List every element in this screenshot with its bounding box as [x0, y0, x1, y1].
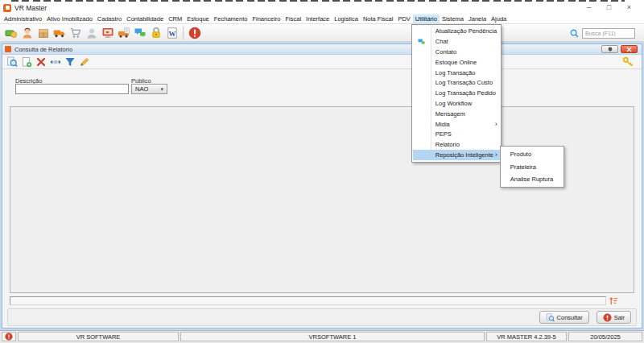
menu-utilitario[interactable]: Utilitário Atualização Pendência Chat Co…: [413, 14, 440, 23]
edit-button[interactable]: [78, 56, 90, 68]
menu-item-chat-label: Chat: [436, 38, 448, 45]
close-button[interactable]: ×: [619, 2, 639, 13]
menu-janela[interactable]: Janela: [466, 14, 489, 23]
chevron-down-icon: ▾: [160, 86, 163, 93]
report-window-title: Consulta de Relatório: [14, 46, 72, 53]
finance-toolbar-button[interactable]: [4, 27, 18, 40]
report-toolbar: [2, 55, 642, 69]
shipping-toolbar-button[interactable]: [117, 27, 130, 40]
menu-item-midia-label: Midia: [436, 121, 450, 128]
lock-icon: [150, 27, 163, 39]
menu-ativo-imobilizado[interactable]: Ativo Imobilizado: [44, 14, 95, 23]
menu-item-reposicao-inteligente[interactable]: Reposição Inteligente › Produto Pratelei…: [413, 150, 500, 160]
product-toolbar-button[interactable]: [36, 27, 50, 40]
menu-fiscal[interactable]: Fiscal: [283, 14, 303, 23]
filter-icon: [64, 56, 76, 68]
main-toolbar: W: [0, 25, 644, 42]
publico-select[interactable]: NAO ▾: [131, 84, 167, 94]
footer-button-bar: Consultar Sair: [7, 308, 637, 326]
permissions-button[interactable]: [621, 56, 634, 68]
new-doc-icon: [21, 56, 32, 68]
menu-nota-fiscal[interactable]: Nota Fiscal: [361, 14, 396, 23]
menu-item-log-transacao-custo[interactable]: Log Transação Custo: [413, 77, 500, 88]
delete-record-button[interactable]: [35, 56, 47, 68]
key-icon: [622, 56, 634, 68]
menu-utilitario-label: Utilitário: [415, 15, 437, 23]
sair-button[interactable]: Sair: [597, 311, 631, 324]
minimize-button[interactable]: –: [579, 2, 599, 13]
user-toolbar-button[interactable]: [85, 27, 98, 40]
submenu-item-analise-ruptura[interactable]: Analise Ruptura: [501, 173, 564, 185]
submenu-item-produto[interactable]: Produto: [501, 148, 564, 160]
sair-label: Sair: [614, 314, 625, 321]
edit-icon: [79, 56, 90, 68]
app-logo-icon: [3, 4, 11, 12]
chat-icon: [417, 38, 426, 46]
exit-toolbar-button[interactable]: [188, 27, 201, 40]
menu-item-chat[interactable]: Chat: [413, 36, 500, 47]
status-date: 20/05/2025: [568, 332, 642, 341]
status-version: VR MASTER 4.2.39-5: [486, 332, 567, 341]
window-controls: – □ ×: [579, 2, 639, 13]
menu-item-contato[interactable]: Contato: [413, 47, 500, 57]
filter-button[interactable]: [64, 56, 76, 68]
submenu-arrow-icon: ›: [495, 120, 497, 128]
pin-window-button[interactable]: [601, 45, 618, 53]
menu-item-log-workflow[interactable]: Log Workflow: [413, 98, 500, 109]
menu-item-peps[interactable]: PEPS: [413, 129, 500, 139]
descricao-input[interactable]: [15, 84, 129, 94]
security-toolbar-button[interactable]: [149, 27, 163, 40]
supplier-toolbar-button[interactable]: [52, 27, 66, 40]
money-icon: [5, 27, 18, 39]
menu-pdv[interactable]: PDV: [395, 14, 412, 23]
menu-item-relatorio[interactable]: Relatório: [413, 139, 500, 150]
close-window-button[interactable]: [621, 45, 638, 53]
menu-administrativo[interactable]: Administrativo: [2, 14, 44, 23]
menu-item-log-transacao[interactable]: Log Transação: [413, 68, 500, 78]
titlebar: VR Master – □ ×: [0, 2, 644, 14]
consultar-button[interactable]: Consultar: [539, 311, 589, 324]
delivery-doc-icon: [118, 27, 130, 39]
word-export-toolbar-button[interactable]: W: [165, 27, 179, 40]
new-record-button[interactable]: [20, 56, 32, 68]
app-window: VR Master – □ × Administrativo Ativo Imo…: [0, 0, 644, 343]
menu-interface[interactable]: Interface: [303, 14, 332, 23]
menu-sistema[interactable]: Sistema: [440, 14, 466, 23]
chat-icon: [134, 27, 147, 39]
word-icon: W: [166, 27, 179, 39]
search-doc-icon: [546, 313, 555, 322]
menu-item-mensagem[interactable]: Mensagem: [413, 109, 500, 119]
cart-icon: [69, 27, 82, 39]
sort-icon: [609, 295, 619, 306]
menu-item-atualizacao-pendencia[interactable]: Atualização Pendência: [413, 27, 500, 37]
move-record-button[interactable]: [49, 56, 61, 68]
report-window-titlebar: Consulta de Relatório: [2, 44, 642, 55]
menu-crm[interactable]: CRM: [166, 14, 184, 23]
svg-text:W: W: [168, 30, 175, 38]
publico-selected-value: NAO: [135, 85, 148, 93]
submenu-item-prateleira[interactable]: Prateleira: [501, 160, 564, 172]
search-input[interactable]: [582, 28, 635, 39]
menu-contabilidade[interactable]: Contabilidade: [124, 14, 166, 23]
sort-icon-wrap[interactable]: [609, 295, 619, 305]
customer-toolbar-button[interactable]: [20, 27, 34, 40]
menu-item-midia[interactable]: Midia ›: [413, 119, 500, 130]
maximize-button[interactable]: □: [599, 2, 619, 13]
menu-estoque[interactable]: Estoque: [184, 14, 212, 23]
menu-cadastro[interactable]: Cadastro: [95, 14, 124, 23]
exit-icon: [188, 27, 201, 39]
pos-toolbar-button[interactable]: [101, 27, 114, 40]
submenu-arrow-icon: ›: [495, 151, 497, 159]
message-strip: [10, 296, 606, 305]
menu-item-estoque-online[interactable]: Estoque Online: [413, 57, 500, 68]
purchase-toolbar-button[interactable]: [68, 27, 82, 40]
search-icon: [569, 28, 580, 39]
chat-toolbar-button[interactable]: [133, 27, 147, 40]
menu-fechamento[interactable]: Fechamento: [212, 14, 250, 23]
user-icon: [85, 27, 98, 39]
consult-tool-button[interactable]: [6, 56, 18, 68]
menu-ajuda[interactable]: Ajuda: [489, 14, 509, 23]
menu-logistica[interactable]: Logistica: [332, 14, 361, 23]
menu-item-log-transacao-pedido[interactable]: Log Transação Pedido: [413, 88, 500, 98]
menu-financeiro[interactable]: Financeiro: [250, 14, 283, 23]
